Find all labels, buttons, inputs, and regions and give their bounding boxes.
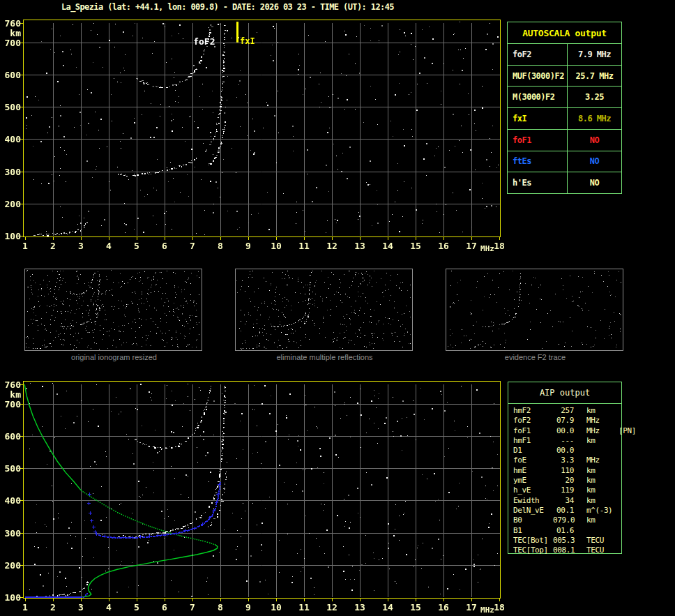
aip-row-unit: km (586, 516, 619, 525)
aip-row: foE3.3MHz (513, 456, 621, 465)
aip-row-unit: m^(-3) (586, 506, 619, 516)
aip-row: DelN_vE00.1m^(-3) (513, 506, 621, 516)
aip-row-name: foF1 (513, 426, 553, 436)
autoscala-row-value: NO (568, 130, 621, 151)
aip-row-unit: TECU (586, 536, 619, 546)
top-ionogram-chart (0, 18, 505, 253)
autoscala-row-label: fxI (508, 108, 568, 129)
aip-row-name: hmF2 (513, 406, 553, 416)
autoscala-row: foF27.9 MHz (508, 43, 621, 65)
autoscala-row-value: 8.6 MHz (568, 108, 621, 129)
aip-row-name: foE (513, 456, 553, 465)
aip-rows: hmF2257kmfoF207.9MHzfoF100.0MHz[PN]hmF1-… (508, 404, 621, 555)
autoscala-title: AUTOSCALA output (508, 22, 621, 43)
aip-row-unit: MHz (586, 426, 619, 436)
aip-row-name: ymE (513, 476, 553, 486)
aip-row-unit (586, 446, 619, 456)
aip-row-value: 00.0 (553, 446, 574, 456)
thumbnail-label-original: original ionogram resized (25, 353, 203, 361)
autoscala-row-value: 25.7 MHz (568, 66, 621, 87)
aip-row-value: --- (553, 436, 574, 446)
aip-row-value: 3.3 (553, 456, 574, 465)
aip-row-unit (586, 526, 619, 536)
aip-row-name: TEC[Bot] (513, 536, 553, 546)
aip-title: AIP output (508, 382, 621, 404)
aip-row: TEC[Bot]005.3TECU (513, 536, 621, 546)
thumbnail-label-eliminate: eliminate multiple reflections (236, 353, 414, 361)
bottom-ionogram-chart (0, 380, 505, 614)
aip-row: B101.6 (513, 526, 621, 536)
aip-row-value: 119 (553, 486, 574, 495)
autoscala-panel: AUTOSCALA output foF27.9 MHzMUF(3000)F22… (507, 22, 622, 194)
aip-row-name: hmF1 (513, 436, 553, 446)
aip-row: TEC[Top]008.1TECU (513, 546, 621, 555)
thumbnail-label-evidence: evidence F2 trace (446, 353, 624, 361)
aip-row-note: [PN] (619, 426, 636, 436)
autoscala-row: foF1NO (508, 129, 621, 151)
aip-row-name: B1 (513, 526, 553, 536)
aip-row-unit: km (586, 486, 619, 495)
aip-row-value: 01.6 (553, 526, 574, 536)
aip-row-name: TEC[Top] (513, 546, 553, 555)
aip-row-value: 257 (553, 406, 574, 416)
aip-row-name: h_vE (513, 486, 553, 495)
aip-row-value: 07.9 (553, 416, 574, 426)
autoscala-row: h'EsNO (508, 172, 621, 193)
aip-row-unit: km (586, 436, 619, 446)
autoscala-row-value: NO (568, 172, 621, 193)
aip-row: ymE20km (513, 476, 621, 486)
autoscala-row-label: foF2 (508, 44, 568, 65)
aip-row-name: foF2 (513, 416, 553, 426)
autoscala-row-value: 3.25 (568, 87, 621, 107)
aip-row-unit: MHz (586, 416, 619, 426)
thumbnail-eliminate-reflections (235, 269, 413, 351)
aip-row-value: 079.0 (553, 516, 574, 525)
aip-row-unit: km (586, 466, 619, 476)
aip-row-name: D1 (513, 446, 553, 456)
autoscala-row: fxI8.6 MHz (508, 107, 621, 129)
aip-row: Ewidth34km (513, 496, 621, 506)
aip-row-value: 00.1 (553, 506, 574, 516)
aip-row: h_vE119km (513, 486, 621, 495)
aip-row: hmF2257km (513, 406, 621, 416)
autoscala-row: ftEsNO (508, 151, 621, 172)
autoscala-row: M(3000)F23.25 (508, 86, 621, 107)
aip-row: D100.0 (513, 446, 621, 456)
page-title: La_Spezia (lat: +44.1, lon: 009.8) - DAT… (61, 2, 394, 12)
autoscala-rows: foF27.9 MHzMUF(3000)F225.7 MHzM(3000)F23… (508, 43, 621, 193)
aip-row-name: B0 (513, 516, 553, 525)
ionogram-viewer: La_Spezia (lat: +44.1, lon: 009.8) - DAT… (0, 0, 675, 616)
aip-row: foF207.9MHz (513, 416, 621, 426)
autoscala-row-value: NO (568, 151, 621, 172)
aip-row-value: 00.0 (553, 426, 574, 436)
aip-row-value: 20 (553, 476, 574, 486)
aip-panel: AIP output hmF2257kmfoF207.9MHzfoF100.0M… (508, 382, 622, 554)
autoscala-row-label: h'Es (508, 172, 568, 193)
aip-row-value: 34 (553, 496, 574, 506)
aip-row-unit: km (586, 476, 619, 486)
aip-row-name: hmE (513, 466, 553, 476)
aip-row-value: 110 (553, 466, 574, 476)
autoscala-row: MUF(3000)F225.7 MHz (508, 65, 621, 87)
autoscala-row-label: ftEs (508, 151, 568, 172)
autoscala-row-label: foF1 (508, 130, 568, 151)
aip-row-unit: TECU (586, 546, 619, 555)
aip-row-unit: km (586, 406, 619, 416)
aip-row: hmF1---km (513, 436, 621, 446)
autoscala-row-label: MUF(3000)F2 (508, 66, 568, 87)
aip-row-name: DelN_vE (513, 506, 553, 516)
autoscala-row-value: 7.9 MHz (568, 44, 621, 65)
aip-row: foF100.0MHz[PN] (513, 426, 621, 436)
aip-row-unit: km (586, 496, 619, 506)
aip-row: B0079.0km (513, 516, 621, 525)
aip-row-unit: MHz (586, 456, 619, 465)
aip-row-value: 008.1 (553, 546, 574, 555)
aip-row-name: Ewidth (513, 496, 553, 506)
thumbnail-original-ionogram (24, 269, 202, 351)
aip-row: hmE110km (513, 466, 621, 476)
aip-row-value: 005.3 (553, 536, 574, 546)
autoscala-row-label: M(3000)F2 (508, 87, 568, 107)
thumbnail-evidence-f2-trace (446, 269, 623, 351)
